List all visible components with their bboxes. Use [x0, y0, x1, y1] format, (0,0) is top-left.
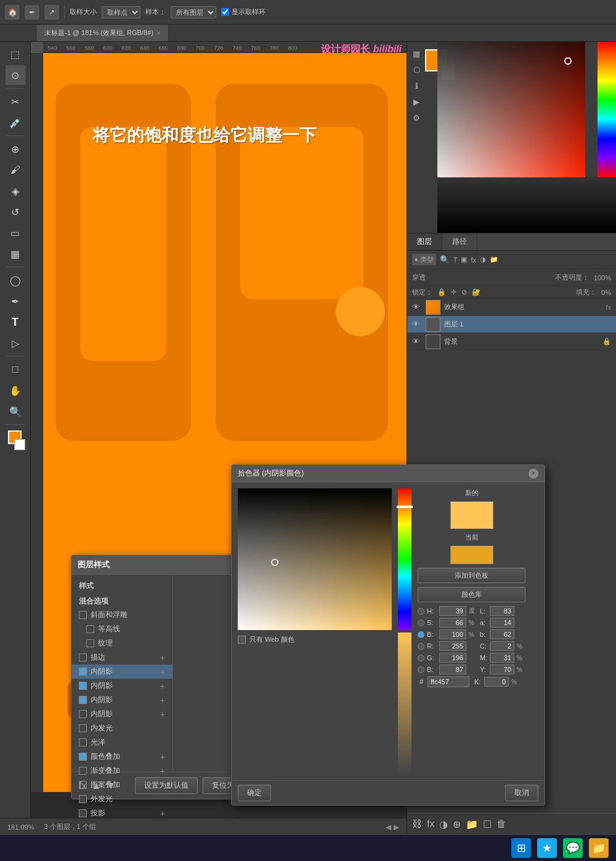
style-item-inner-glow[interactable]: 内发光	[71, 721, 172, 735]
gradient-tool-icon[interactable]: ▦	[6, 244, 25, 264]
drop-shadow-add-icon[interactable]: +	[160, 809, 165, 819]
only-web-colors-checkbox[interactable]	[238, 636, 246, 644]
histogram-icon[interactable]: ▦	[410, 47, 423, 60]
history-tool-icon[interactable]: ↺	[6, 202, 25, 222]
layers-search-icon[interactable]: 🔍	[440, 255, 450, 264]
style-item-gradient-overlay[interactable]: 渐变叠加 +	[71, 764, 172, 778]
fx-footer-icon[interactable]: fx	[427, 819, 434, 830]
inner-shadow-1-checkbox[interactable]	[79, 668, 87, 676]
folder-taskbar-icon[interactable]: 📁	[589, 838, 609, 858]
layers-icon-folder[interactable]: 📁	[490, 256, 498, 264]
cp-alpha-bar[interactable]	[398, 633, 411, 774]
info-icon[interactable]: ℹ	[410, 79, 423, 92]
home-icon[interactable]: 🏠	[5, 5, 20, 20]
shape-tool-icon[interactable]: □	[6, 360, 25, 379]
cp-close-btn[interactable]: ×	[529, 469, 538, 479]
clone-tool-icon[interactable]: ◈	[6, 181, 25, 201]
brush-tool-icon[interactable]: 🖌	[6, 160, 25, 180]
B2-input[interactable]	[439, 665, 466, 674]
inner-shadow-4-checkbox[interactable]	[79, 710, 87, 718]
type-tool-icon[interactable]: T	[6, 312, 25, 332]
style-item-inner-shadow-4[interactable]: 内阴影 +	[71, 707, 172, 721]
L-input[interactable]	[490, 606, 514, 616]
style-item-texture[interactable]: 纹理	[71, 636, 172, 650]
inner-glow-checkbox[interactable]	[79, 724, 87, 732]
style-item-color-overlay[interactable]: 颜色叠加 +	[71, 750, 172, 764]
cp-current-swatch[interactable]	[450, 546, 493, 564]
inner-shadow-4-add-icon[interactable]: +	[160, 709, 165, 719]
layers-tab[interactable]: 图层	[407, 233, 442, 250]
layers-icon-t[interactable]: T	[453, 256, 458, 264]
color-gradient-area[interactable]	[437, 42, 585, 177]
layer-eye-icon-3[interactable]: 👁	[412, 337, 422, 346]
H-input[interactable]	[439, 606, 466, 616]
B-input[interactable]	[439, 629, 466, 639]
style-item-inner-shadow-2[interactable]: 内阴影 +	[71, 679, 172, 693]
inner-shadow-2-add-icon[interactable]: +	[160, 681, 165, 691]
style-item-contour[interactable]: 等高线	[71, 622, 172, 636]
eyedropper-tool-icon[interactable]: 💉	[6, 113, 25, 132]
play-icon[interactable]: ▶	[410, 95, 423, 108]
Y-input[interactable]	[490, 665, 514, 674]
pen-tool-icon[interactable]: ✒	[6, 291, 25, 311]
C-input[interactable]	[490, 641, 514, 651]
set-default-btn[interactable]: 设置为默认值	[135, 777, 198, 794]
radio-R[interactable]	[418, 643, 424, 650]
prev-btn[interactable]: ◀	[386, 823, 391, 831]
style-item-drop-shadow[interactable]: 投影 +	[71, 806, 172, 820]
next-btn[interactable]: ▶	[394, 823, 399, 831]
type-filter-btn[interactable]: ♦ 类型	[412, 254, 436, 265]
crop-tool-icon[interactable]: ✂	[6, 92, 25, 111]
gradient-overlay-checkbox[interactable]	[79, 767, 87, 775]
inner-shadow-2-checkbox[interactable]	[79, 682, 87, 690]
color-library-btn[interactable]: 颜色库	[418, 587, 525, 602]
K-input[interactable]	[484, 677, 509, 687]
sample-size-select[interactable]: 取样点	[102, 6, 140, 18]
a-input[interactable]	[490, 618, 514, 628]
layers-icon-effect[interactable]: fx	[471, 256, 476, 264]
gradient-overlay-add-icon[interactable]: +	[160, 766, 165, 776]
color-swatches[interactable]	[3, 428, 28, 453]
paths-tab[interactable]: 路径	[442, 233, 477, 250]
windows-icon[interactable]: ⊞	[511, 838, 531, 858]
hex-input[interactable]	[428, 676, 469, 687]
zoom-tool-icon[interactable]: 🔍	[6, 402, 25, 421]
lasso-tool-icon[interactable]: ⊙	[6, 65, 25, 85]
path-select-icon[interactable]: ▷	[6, 333, 25, 353]
inner-shadow-3-add-icon[interactable]: +	[160, 695, 165, 705]
layer-item-2[interactable]: 👁 图层 1	[407, 316, 616, 333]
texture-checkbox[interactable]	[86, 639, 94, 647]
stroke-checkbox[interactable]	[79, 653, 87, 661]
folder-icon[interactable]: 📁	[466, 819, 478, 830]
style-item-satin[interactable]: 光泽	[71, 735, 172, 750]
cp-cancel-btn[interactable]: 取消	[505, 785, 538, 801]
cp-gradient-area[interactable]	[238, 488, 392, 630]
link-icon[interactable]: ⛓	[412, 819, 422, 830]
radio-G[interactable]	[418, 655, 424, 661]
mask-icon[interactable]: ◑	[439, 819, 448, 830]
down-icon[interactable]: ▼	[106, 780, 116, 791]
tab-close-icon[interactable]: ×	[157, 30, 161, 36]
contour-checkbox[interactable]	[86, 625, 94, 633]
style-item-inner-shadow-1[interactable]: 内阴影 +	[71, 665, 172, 679]
new-layer-icon[interactable]: ☐	[483, 819, 492, 830]
bevel-checkbox[interactable]	[79, 611, 87, 619]
navigator-icon[interactable]: ⬡	[410, 63, 423, 76]
document-tab[interactable]: 未标题-1 @ 181% (效果组, RGB/8#) ×	[37, 25, 169, 41]
settings-icon[interactable]: ⚙	[410, 111, 423, 124]
layers-icon-rect[interactable]: ▣	[461, 256, 467, 264]
show-ring-checkbox[interactable]	[221, 8, 229, 16]
sample-select[interactable]: 所有图层	[171, 6, 216, 18]
eraser-tool-icon[interactable]: ▭	[6, 223, 25, 243]
radio-H[interactable]	[418, 608, 424, 615]
select-tool-icon[interactable]: ⬚	[6, 44, 25, 64]
G-input[interactable]	[439, 653, 466, 663]
inner-shadow-1-add-icon[interactable]: +	[160, 667, 165, 677]
drop-shadow-checkbox[interactable]	[79, 809, 87, 817]
color-overlay-checkbox[interactable]	[79, 753, 87, 761]
cp-new-swatch[interactable]	[450, 501, 493, 529]
radio-B2[interactable]	[418, 666, 424, 673]
layers-icon-adj[interactable]: ◑	[480, 256, 486, 264]
inner-shadow-3-checkbox[interactable]	[79, 696, 87, 704]
color-overlay-add-icon[interactable]: +	[160, 752, 165, 762]
